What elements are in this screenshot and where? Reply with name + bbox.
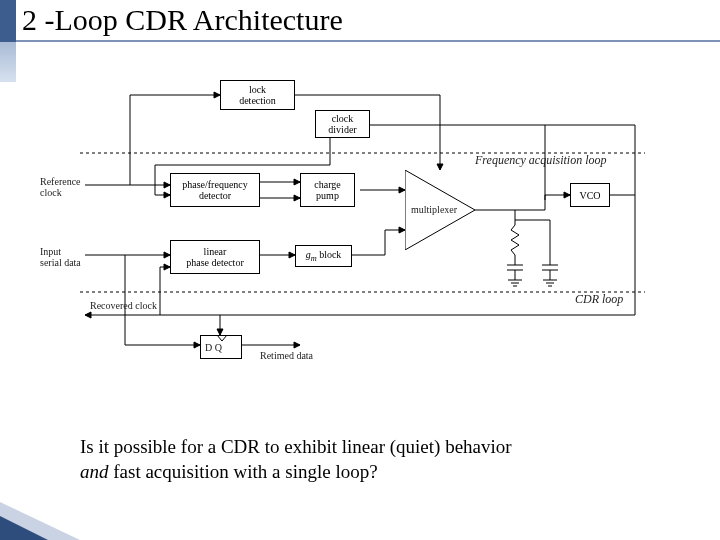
- block-clock-divider: clock divider: [315, 110, 370, 138]
- block-charge-pump: charge pump: [300, 173, 355, 207]
- gm-label: gm block: [306, 249, 342, 263]
- svg-marker-65: [294, 342, 300, 348]
- block-flipflop: D Q: [200, 335, 242, 359]
- accent-left: [0, 42, 16, 82]
- slide-title: 2 -Loop CDR Architecture: [22, 3, 343, 37]
- block-gm: gm block: [295, 245, 352, 267]
- label-cdr-loop: CDR loop: [575, 292, 623, 307]
- block-multiplexer: multiplexer: [405, 170, 475, 250]
- accent-top: [0, 0, 16, 42]
- block-vco: VCO: [570, 183, 610, 207]
- block-linear-pd: linear phase detector: [170, 240, 260, 274]
- caption-line1: Is it possible for a CDR to exhibit line…: [80, 436, 512, 457]
- label-recovered-clock: Recovered clock: [90, 300, 157, 311]
- multiplexer-label: multiplexer: [411, 204, 457, 215]
- title-bar: 2 -Loop CDR Architecture: [16, 0, 720, 42]
- slide-caption: Is it possible for a CDR to exhibit line…: [80, 435, 660, 484]
- label-reference-clock: Reference clock: [40, 176, 90, 198]
- slide-root: 2 -Loop CDR Architecture: [0, 0, 720, 540]
- block-lock-detection: lock detection: [220, 80, 295, 110]
- label-input-serial-data: Input serial data: [40, 246, 90, 268]
- caption-and: and: [80, 461, 109, 482]
- block-diagram: lock detection clock divider phase/frequ…: [70, 70, 660, 380]
- caption-line2: fast acquisition with a single loop?: [109, 461, 378, 482]
- corner-accent: [0, 516, 48, 540]
- label-freq-loop: Frequency acquisition loop: [475, 153, 607, 168]
- dq-label: D Q: [205, 342, 222, 353]
- block-pfd: phase/frequency detector: [170, 173, 260, 207]
- label-retimed-data: Retimed data: [260, 350, 313, 361]
